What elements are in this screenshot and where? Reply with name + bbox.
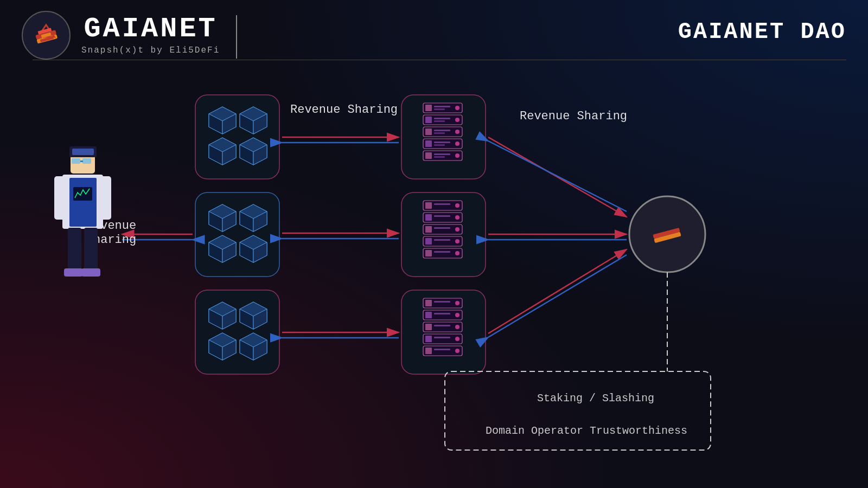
svg-marker-91 [222,309,236,329]
svg-text:Revenue Sharing: Revenue Sharing [520,110,627,123]
svg-line-138 [488,137,627,217]
svg-rect-115 [434,325,450,326]
svg-point-78 [455,227,459,232]
svg-rect-158 [69,178,97,227]
svg-rect-75 [423,224,462,234]
svg-rect-44 [423,151,462,160]
svg-point-48 [455,153,459,158]
header-line [33,60,846,60]
svg-rect-69 [434,203,450,205]
svg-marker-21 [240,145,253,165]
svg-rect-6 [195,95,279,179]
svg-point-82 [455,239,459,243]
header-divider [236,15,237,59]
svg-marker-19 [240,138,267,165]
svg-point-28 [455,106,459,110]
svg-rect-157 [62,175,103,229]
svg-rect-107 [434,301,450,303]
svg-marker-93 [240,302,267,316]
svg-rect-85 [434,251,450,253]
svg-line-139 [488,141,627,211]
svg-rect-42 [434,144,445,146]
svg-rect-49 [195,192,279,277]
svg-rect-155 [69,146,97,157]
svg-marker-62 [240,235,267,262]
svg-rect-47 [434,156,445,158]
svg-line-142 [488,249,627,333]
svg-rect-104 [401,290,486,374]
svg-point-43 [455,142,459,146]
header-left: GAIANET Snapsh(x)t by Eli5DeFi [22,11,237,60]
svg-rect-68 [425,202,432,209]
svg-marker-12 [240,107,267,121]
svg-marker-103 [253,340,267,360]
svg-marker-64 [240,242,253,262]
svg-marker-101 [240,333,267,347]
svg-marker-58 [209,235,236,262]
svg-rect-81 [434,239,450,241]
svg-marker-90 [209,309,222,329]
svg-rect-105 [423,298,462,308]
svg-rect-72 [425,214,432,221]
svg-point-33 [455,118,459,122]
svg-marker-60 [209,242,222,262]
svg-marker-92 [240,302,267,329]
svg-rect-109 [423,310,462,320]
svg-rect-40 [425,140,432,147]
svg-rect-27 [434,108,445,110]
svg-marker-100 [240,333,267,360]
svg-marker-65 [253,242,267,262]
svg-rect-122 [425,348,432,354]
svg-marker-59 [209,235,236,249]
svg-marker-8 [209,107,236,121]
svg-rect-26 [434,106,450,107]
svg-rect-46 [434,153,450,155]
svg-rect-36 [434,130,450,131]
svg-rect-24 [423,103,462,113]
svg-rect-80 [425,238,432,245]
svg-point-74 [455,215,459,220]
svg-marker-96 [209,333,236,360]
svg-text:Revenue Sharing: Revenue Sharing [290,103,398,117]
svg-marker-95 [253,309,267,329]
svg-rect-67 [423,201,462,210]
svg-rect-32 [434,120,445,122]
svg-rect-159 [54,176,65,220]
svg-rect-71 [423,213,462,222]
svg-rect-87 [195,290,279,374]
svg-marker-89 [209,302,236,316]
svg-marker-22 [253,145,267,165]
gaianet-logo-icon [31,21,61,50]
svg-point-120 [455,337,459,341]
svg-rect-41 [434,142,450,143]
svg-point-70 [455,203,459,208]
svg-marker-16 [209,138,236,152]
svg-rect-66 [401,192,486,277]
svg-rect-25 [425,105,432,111]
svg-rect-114 [425,324,432,330]
svg-rect-160 [100,176,111,220]
svg-marker-17 [209,145,222,165]
svg-rect-146 [445,371,711,450]
svg-rect-165 [72,158,80,164]
svg-marker-20 [240,138,267,152]
svg-rect-30 [425,117,432,123]
svg-marker-50 [209,204,236,232]
svg-rect-83 [423,248,462,258]
svg-marker-9 [209,114,222,134]
logo-circle [22,11,71,60]
svg-text:Domain Operator Trustworthines: Domain Operator Trustworthiness [486,425,687,437]
svg-point-38 [455,130,459,134]
svg-rect-73 [434,215,450,217]
svg-rect-161 [68,228,81,271]
svg-marker-57 [253,211,267,232]
svg-marker-54 [240,204,267,232]
svg-line-143 [488,255,627,337]
svg-rect-164 [81,268,100,277]
svg-marker-99 [222,340,236,360]
svg-rect-123 [434,349,450,350]
svg-marker-18 [222,145,236,165]
svg-rect-127 [654,232,681,243]
svg-point-108 [455,301,459,305]
svg-marker-88 [209,302,236,329]
